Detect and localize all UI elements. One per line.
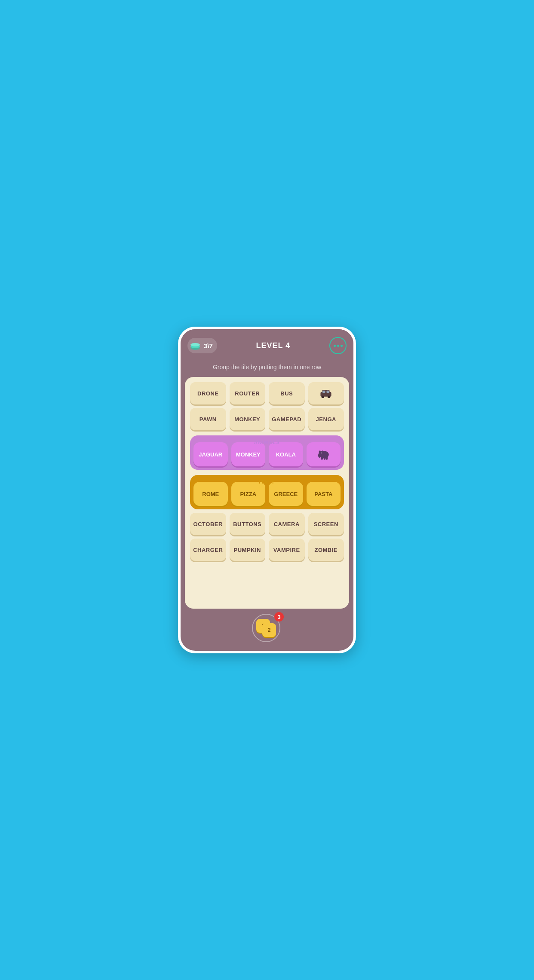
grid-row-2: PAWN MONKEY GAMEPAD JENGA <box>190 408 344 430</box>
svg-point-17 <box>319 450 321 453</box>
instruction-text: Group the tile by putting them in one ro… <box>181 359 353 377</box>
tile-zombie[interactable]: ZOMBIE <box>308 539 344 561</box>
menu-button[interactable] <box>329 337 347 354</box>
bottom-area: 3 1 2 <box>181 609 353 651</box>
tile-camera[interactable]: CAMERA <box>269 513 305 535</box>
animals-container: ANIMALS JAGUAR MONKEY KOALA <box>190 435 344 470</box>
italy-row: ROME PIZZA GREECE PASTA <box>193 482 341 506</box>
svg-rect-8 <box>327 391 329 393</box>
tile-drone[interactable]: DRONE <box>190 382 226 404</box>
hint-count-badge: 3 <box>274 612 284 622</box>
svg-point-12 <box>321 456 323 460</box>
menu-dot-1 <box>334 345 336 347</box>
svg-point-11 <box>318 453 321 458</box>
italy-section: ITALY ROME PIZZA GREECE PASTA <box>190 475 344 509</box>
tile-elephant[interactable] <box>307 442 341 466</box>
header: 3\7 LEVEL 4 <box>181 329 353 359</box>
tile-greece[interactable]: GREECE <box>269 482 303 506</box>
game-board: DRONE ROUTER BUS PAWN MONKEY GAMEPAD JEN… <box>185 377 349 609</box>
tile-vampire[interactable]: VAMPIRE <box>269 539 305 561</box>
tile-buttons[interactable]: BUTTONS <box>230 513 266 535</box>
tile-pumpkin[interactable]: PUMPKIN <box>230 539 266 561</box>
tile-monkey[interactable]: MONKEY <box>231 442 266 466</box>
tile-pasta[interactable]: PASTA <box>307 482 341 506</box>
tile-monkey2[interactable]: MONKEY <box>230 408 266 430</box>
tile-bus[interactable]: BUS <box>269 382 305 404</box>
tile-screen[interactable]: SCREEN <box>308 513 344 535</box>
tile-router[interactable]: ROUTER <box>230 382 266 404</box>
animals-label: ANIMALS <box>193 440 341 445</box>
tile-jaguar[interactable]: JAGUAR <box>193 442 228 466</box>
animals-section: ANIMALS JAGUAR MONKEY KOALA <box>190 435 344 470</box>
hint-tile-2: 2 <box>262 623 276 637</box>
menu-dot-3 <box>341 345 343 347</box>
level-title: LEVEL 4 <box>256 341 291 350</box>
phone-frame: 3\7 LEVEL 4 Group the tile by putting th… <box>178 327 356 653</box>
tile-october[interactable]: OCTOBER <box>190 513 226 535</box>
grid-row-3: OCTOBER BUTTONS CAMERA SCREEN <box>190 513 344 535</box>
tile-car[interactable] <box>308 382 344 404</box>
hint-tiles: 1 2 <box>256 619 276 637</box>
score-display: 3\7 <box>204 342 213 349</box>
score-badge: 3\7 <box>187 338 217 353</box>
elephant-icon <box>316 448 330 460</box>
svg-point-14 <box>326 456 328 460</box>
svg-rect-7 <box>322 391 325 393</box>
hints-container[interactable]: 3 1 2 <box>252 614 282 644</box>
layers-icon <box>189 340 201 352</box>
italy-label: ITALY <box>193 479 341 484</box>
animals-row: JAGUAR MONKEY KOALA <box>193 442 341 466</box>
italy-container: ITALY ROME PIZZA GREECE PASTA <box>190 475 344 509</box>
svg-point-16 <box>321 452 322 453</box>
svg-point-18 <box>322 450 324 453</box>
tile-charger[interactable]: CHARGER <box>190 539 226 561</box>
tile-pawn[interactable]: PAWN <box>190 408 226 430</box>
tile-pizza[interactable]: PIZZA <box>231 482 266 506</box>
tile-koala[interactable]: KOALA <box>269 442 303 466</box>
svg-point-13 <box>324 456 326 460</box>
svg-point-2 <box>190 343 200 346</box>
grid-row-4: CHARGER PUMPKIN VAMPIRE ZOMBIE <box>190 539 344 561</box>
grid-row-1: DRONE ROUTER BUS <box>190 382 344 404</box>
tile-rome[interactable]: ROME <box>193 482 228 506</box>
menu-dot-2 <box>337 345 339 347</box>
tile-gamepad[interactable]: GAMEPAD <box>269 408 305 430</box>
tile-jenga[interactable]: JENGA <box>308 408 344 430</box>
car-icon <box>319 389 333 398</box>
